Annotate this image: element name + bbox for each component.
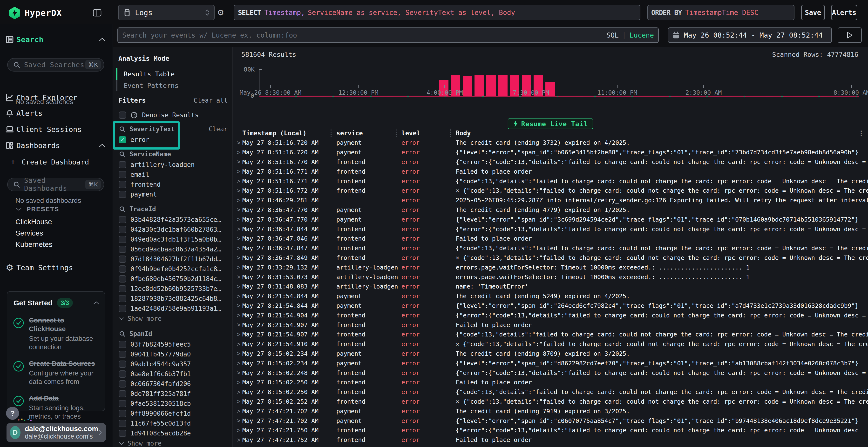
checkbox[interactable] [119,370,126,378]
log-row[interactable]: > May 27 8:21:54.910 AM frontend error ×… [233,339,868,349]
mode-results-table[interactable]: Results Table [116,68,179,80]
sidebar-item-search[interactable]: Search [3,33,109,46]
log-row[interactable]: > May 27 7:47:21.750 AM frontend error {… [233,425,868,435]
search-input[interactable] [118,31,607,39]
filter-value-row[interactable]: 1ae42480d758e9ab91193a1… [119,304,228,313]
log-row[interactable]: > May 27 8:15:02.250 AM frontend error F… [233,378,868,387]
row-expand-chevron[interactable]: > [237,379,242,386]
row-expand-chevron[interactable]: > [237,417,242,424]
log-row[interactable]: > May 27 8:15:02.248 AM frontend error {… [233,368,868,378]
checkbox[interactable] [119,429,126,437]
checkbox[interactable] [119,341,126,348]
log-row[interactable]: > May 27 7:47:21.702 AM payment error {"… [233,416,868,425]
presets-toggle[interactable]: PRESETS [16,205,59,213]
row-expand-chevron[interactable]: > [237,370,242,376]
checkbox[interactable] [119,161,126,168]
preset-dashboard-item[interactable]: Kubernetes [16,239,52,250]
alerts-button[interactable]: Alerts [831,5,857,20]
row-expand-chevron[interactable]: > [237,360,242,367]
checkbox[interactable] [119,295,126,302]
row-expand-chevron[interactable]: > [237,159,242,165]
row-expand-chevron[interactable]: > [237,264,242,271]
filter-value-row[interactable]: 12ec8dd52b60b9525733b7e… [119,284,228,294]
log-row[interactable]: > May 27 8:36:47.847 AM frontend error {… [233,243,868,253]
log-row[interactable]: > May 27 7:47:21.702 AM payment error Th… [233,406,868,416]
sidebar-item-client-sessions[interactable]: Client Sessions [3,122,109,136]
row-expand-chevron[interactable]: > [237,226,242,232]
filter-value-row[interactable]: email [119,170,228,179]
log-row[interactable]: > May 27 8:21:54.907 AM frontend error F… [233,320,868,330]
table-options-icon[interactable]: ⋮ [858,129,865,137]
log-row[interactable]: > May 27 8:51:16.771 AM frontend error {… [233,176,868,186]
run-query-button[interactable] [838,28,862,43]
sidebar-item-team-settings[interactable]: ⚙ Team Settings [3,261,109,275]
help-button[interactable]: ? [6,407,19,420]
row-expand-chevron[interactable]: > [237,331,242,338]
row-expand-chevron[interactable]: > [237,254,242,261]
row-expand-chevron[interactable]: > [237,283,242,290]
filter-value-row[interactable]: payment [119,189,228,199]
filter-value-row[interactable]: 07d184304627bf2f11b67dd… [119,254,228,264]
filter-value-row[interactable]: frontend [119,179,228,189]
column-header-timestamp[interactable]: Timestamp (Local) [242,130,336,137]
filter-value-row[interactable]: 11c67fe55c0d13fd [119,418,228,428]
checkbox[interactable] [119,351,126,358]
saved-dashboards-input[interactable]: Saved Dashboards ⌘K [7,178,104,191]
filter-clear-button[interactable]: Clear [209,126,228,133]
chevron-up-icon[interactable] [99,143,105,147]
log-row[interactable]: > May 27 8:36:47.846 AM frontend error F… [233,234,868,243]
row-expand-chevron[interactable]: > [237,321,242,328]
search-icon[interactable] [119,331,126,337]
filter-value-row[interactable]: 09041fb457779da0 [119,349,228,359]
log-row[interactable]: > May 27 8:15:02.252 AM frontend error ×… [233,397,868,407]
row-expand-chevron[interactable]: > [237,197,242,204]
filter-value-row[interactable]: 09ab1c4544c9a357 [119,359,228,369]
source-settings-gear-icon[interactable]: ⚙ [218,7,223,17]
checkbox[interactable] [119,275,126,282]
checkbox[interactable] [119,360,126,368]
results-histogram[interactable]: 80K 0 May 26 8:30:00 AM12:30:00 PM4:00:0… [259,69,859,96]
time-range-picker[interactable]: May 26 08:52:44 - May 27 08:52:44 [668,28,832,43]
log-row[interactable]: > May 27 8:15:02.250 AM frontend error {… [233,387,868,397]
filter-value-row[interactable]: 056cd9acbaac8637a4354a2… [119,244,228,254]
get-started-item[interactable]: Create Data Sources Configure where your… [13,359,100,386]
filter-value-row[interactable]: artillery-loadgen [119,160,228,170]
show-more-button[interactable]: Show more [119,438,228,447]
log-row[interactable]: > May 27 8:36:47.770 AM payment error Th… [233,205,868,215]
chevron-up-icon[interactable] [93,301,99,305]
filter-value-row[interactable]: 0fae5381230518cb [119,399,228,409]
checkbox[interactable] [119,265,126,273]
row-expand-chevron[interactable]: > [237,245,242,252]
filter-value-row[interactable]: 042a30c3dc1baf660b27863… [119,225,228,234]
checkbox[interactable] [119,246,126,253]
log-row[interactable]: > May 27 8:21:54.907 AM frontend error {… [233,330,868,339]
checkbox[interactable] [119,226,126,233]
toggle-sql[interactable]: SQL [607,31,619,39]
checkbox[interactable] [119,255,126,263]
checkbox[interactable] [119,420,126,427]
log-row[interactable]: > May 27 8:46:29.281 AM error 2025-05-26… [233,196,868,205]
order-by-editor[interactable]: ORDER BY TimestampTime DESC [647,5,795,20]
log-row[interactable]: > May 27 7:47:21.752 AM frontend error F… [233,435,868,445]
sidebar-collapse-icon[interactable] [93,8,102,18]
log-row[interactable]: > May 27 8:31:48.083 AM artillery-loadge… [233,282,868,291]
preset-dashboard-item[interactable]: Services [16,227,52,239]
filter-value-row[interactable]: 18287038b73e882425c64b8… [119,294,228,304]
checkbox[interactable] [119,400,126,407]
log-row[interactable]: > May 27 8:21:54.844 AM payment error Th… [233,291,868,301]
log-row[interactable]: > May 27 8:51:16.720 AM payment error {"… [233,148,868,157]
filter-value-row[interactable]: 03b44828f42a3573ea655ce… [119,215,228,225]
row-expand-chevron[interactable]: > [237,427,242,434]
row-expand-chevron[interactable]: > [237,389,242,396]
preset-dashboard-item[interactable]: ClickHouse [16,216,52,227]
log-row[interactable]: > May 27 8:33:29.132 AM artillery-loadge… [233,263,868,272]
filter-value-row[interactable]: 03f7b824595feec5 [119,339,228,349]
create-dashboard-button[interactable]: + Create Dashboard [10,157,89,167]
save-button[interactable]: Save [801,5,825,20]
checkbox[interactable] [119,171,126,178]
log-row[interactable]: > May 27 8:51:16.770 AM frontend error {… [233,157,868,167]
row-expand-chevron[interactable]: > [237,235,242,242]
filter-value-row[interactable]: ✓ error [119,135,228,144]
get-started-item[interactable]: Connect to ClickHouse Set up your databa… [13,316,100,351]
row-expand-chevron[interactable]: > [237,206,242,213]
